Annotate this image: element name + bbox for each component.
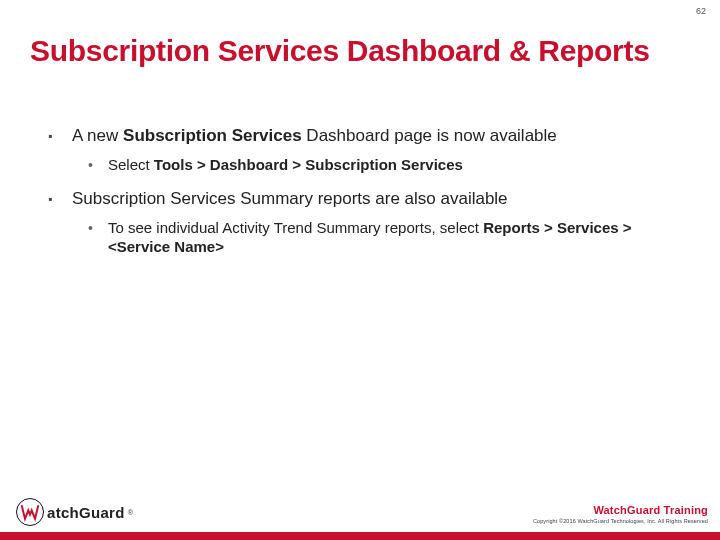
watchguard-logo: atchGuard ® xyxy=(16,498,133,526)
footer-accent-bar xyxy=(0,532,720,540)
slide: 62 Subscription Services Dashboard & Rep… xyxy=(0,0,720,540)
bullet-1-text-before: A new xyxy=(72,126,123,145)
watchguard-logo-text: atchGuard xyxy=(47,504,125,521)
bullet-1: A new Subscription Services Dashboard pa… xyxy=(44,125,660,174)
bullet-2-text-before: Subscription Services Summary reports ar… xyxy=(72,189,508,208)
bullet-1-sub-1: Select Tools > Dashboard > Subscription … xyxy=(82,155,660,174)
page-number: 62 xyxy=(696,6,706,16)
bullet-1-sub-1-before: Select xyxy=(108,156,154,173)
bullet-1-sub-1-bold: Tools > Dashboard > Subscription Service… xyxy=(154,156,463,173)
watchguard-logo-mark-icon xyxy=(16,498,44,526)
footer-content: atchGuard ® WatchGuard Training Copyrigh… xyxy=(0,482,720,532)
trademark-icon: ® xyxy=(128,509,133,516)
bullet-2-sub-1: To see individual Activity Trend Summary… xyxy=(82,218,660,256)
slide-title: Subscription Services Dashboard & Report… xyxy=(30,34,690,69)
bullet-2: Subscription Services Summary reports ar… xyxy=(44,188,660,256)
slide-body: A new Subscription Services Dashboard pa… xyxy=(44,125,660,270)
copyright-text: Copyright ©2016 WatchGuard Technologies,… xyxy=(533,518,708,524)
footer-right: WatchGuard Training Copyright ©2016 Watc… xyxy=(533,504,708,526)
bullet-1-text-after: Dashboard page is now available xyxy=(302,126,557,145)
footer: atchGuard ® WatchGuard Training Copyrigh… xyxy=(0,482,720,540)
bullet-1-text-bold: Subscription Services xyxy=(123,126,302,145)
bullet-2-sub-1-before: To see individual Activity Trend Summary… xyxy=(108,219,483,236)
training-label: WatchGuard Training xyxy=(533,504,708,516)
